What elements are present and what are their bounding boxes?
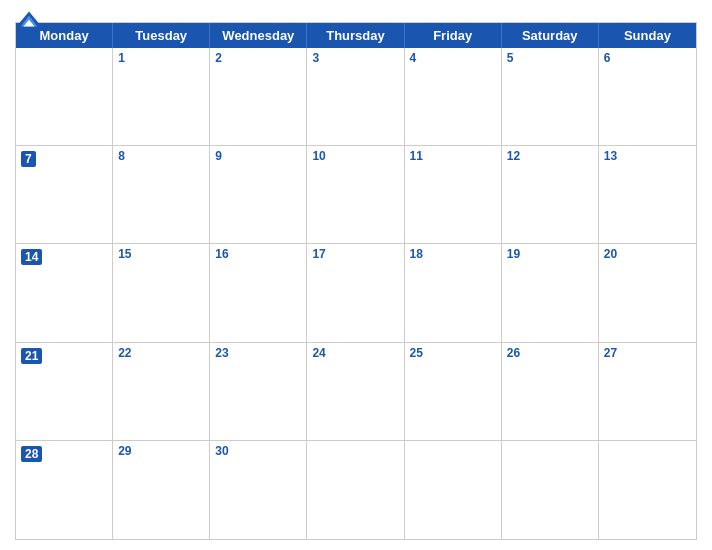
calendar-cell: 20: [599, 244, 696, 342]
calendar-cell: 12: [502, 146, 599, 244]
calendar-header: [15, 10, 697, 14]
calendar-body: 1234567891011121314151617181920212223242…: [16, 48, 696, 539]
calendar-week-2: 78910111213: [16, 146, 696, 244]
calendar-cell: [405, 441, 502, 539]
calendar-cell: 17: [307, 244, 404, 342]
day-number: 9: [215, 149, 301, 163]
day-number: 23: [215, 346, 301, 360]
calendar-cell: 7: [16, 146, 113, 244]
day-number: 21: [21, 348, 42, 364]
header-sunday: Sunday: [599, 23, 696, 48]
day-number: 30: [215, 444, 301, 458]
weekday-header-row: Monday Tuesday Wednesday Thursday Friday…: [16, 23, 696, 48]
day-number: 19: [507, 247, 593, 261]
logo: [15, 10, 43, 30]
day-number: 16: [215, 247, 301, 261]
calendar-cell: 5: [502, 48, 599, 146]
day-number: 29: [118, 444, 204, 458]
calendar-cell: 1: [113, 48, 210, 146]
day-number: 5: [507, 51, 593, 65]
day-number: 7: [21, 151, 36, 167]
calendar-cell: 27: [599, 343, 696, 441]
header-friday: Friday: [405, 23, 502, 48]
calendar-cell: 4: [405, 48, 502, 146]
calendar-cell: 8: [113, 146, 210, 244]
day-number: 6: [604, 51, 691, 65]
day-number: 10: [312, 149, 398, 163]
header-tuesday: Tuesday: [113, 23, 210, 48]
calendar-cell: [307, 441, 404, 539]
day-number: 28: [21, 446, 42, 462]
calendar-cell: 22: [113, 343, 210, 441]
day-number: 2: [215, 51, 301, 65]
calendar-cell: [599, 441, 696, 539]
day-number: 27: [604, 346, 691, 360]
calendar-cell: 29: [113, 441, 210, 539]
calendar-cell: 25: [405, 343, 502, 441]
calendar-cell: 10: [307, 146, 404, 244]
day-number: 3: [312, 51, 398, 65]
header-wednesday: Wednesday: [210, 23, 307, 48]
day-number: 15: [118, 247, 204, 261]
day-number: 24: [312, 346, 398, 360]
calendar-week-3: 14151617181920: [16, 244, 696, 342]
day-number: 14: [21, 249, 42, 265]
calendar-cell: 3: [307, 48, 404, 146]
calendar-cell: 14: [16, 244, 113, 342]
calendar-cell: [16, 48, 113, 146]
calendar-cell: 2: [210, 48, 307, 146]
calendar-cell: 30: [210, 441, 307, 539]
calendar-cell: 18: [405, 244, 502, 342]
day-number: 22: [118, 346, 204, 360]
day-number: 8: [118, 149, 204, 163]
calendar-cell: 21: [16, 343, 113, 441]
day-number: 4: [410, 51, 496, 65]
day-number: 26: [507, 346, 593, 360]
header-thursday: Thursday: [307, 23, 404, 48]
calendar-grid: Monday Tuesday Wednesday Thursday Friday…: [15, 22, 697, 540]
calendar-cell: 19: [502, 244, 599, 342]
calendar-week-5: 282930: [16, 441, 696, 539]
calendar-cell: 28: [16, 441, 113, 539]
calendar-cell: 11: [405, 146, 502, 244]
day-number: 17: [312, 247, 398, 261]
calendar-cell: 23: [210, 343, 307, 441]
day-number: 20: [604, 247, 691, 261]
day-number: 25: [410, 346, 496, 360]
header-saturday: Saturday: [502, 23, 599, 48]
calendar-cell: 24: [307, 343, 404, 441]
logo-icon: [15, 10, 43, 28]
calendar-cell: 6: [599, 48, 696, 146]
calendar-cell: 15: [113, 244, 210, 342]
calendar-cell: 26: [502, 343, 599, 441]
calendar-week-1: 123456: [16, 48, 696, 146]
calendar-cell: 16: [210, 244, 307, 342]
calendar-cell: 13: [599, 146, 696, 244]
day-number: 1: [118, 51, 204, 65]
calendar-cell: [502, 441, 599, 539]
calendar-cell: 9: [210, 146, 307, 244]
calendar-page: Monday Tuesday Wednesday Thursday Friday…: [0, 0, 712, 550]
day-number: 13: [604, 149, 691, 163]
day-number: 12: [507, 149, 593, 163]
day-number: 11: [410, 149, 496, 163]
calendar-week-4: 21222324252627: [16, 343, 696, 441]
day-number: 18: [410, 247, 496, 261]
